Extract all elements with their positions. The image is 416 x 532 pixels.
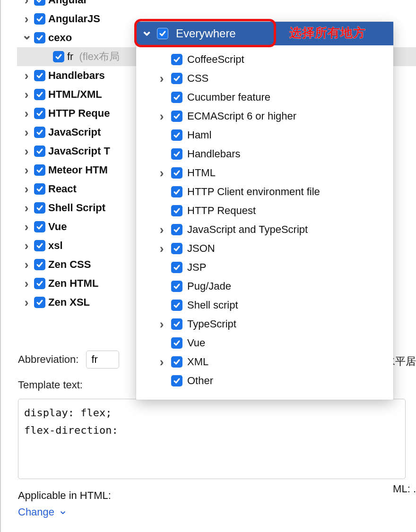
checkbox[interactable]: [171, 318, 182, 330]
checkbox[interactable]: [171, 111, 182, 122]
context-item[interactable]: HTML: [136, 163, 393, 182]
check-icon: [173, 94, 181, 101]
checkbox[interactable]: [34, 297, 45, 308]
check-icon: [36, 261, 43, 268]
check-icon: [159, 30, 166, 37]
chevron-right-icon[interactable]: [22, 296, 31, 309]
popup-header-everywhere[interactable]: Everywhere: [136, 22, 393, 45]
context-item-label: Shell script: [187, 299, 238, 311]
checkbox[interactable]: [34, 221, 45, 232]
check-icon: [173, 169, 181, 177]
context-item[interactable]: CSS: [136, 69, 393, 88]
chevron-right-icon[interactable]: [157, 223, 166, 236]
checkbox[interactable]: [171, 281, 182, 292]
chevron-right-icon[interactable]: [22, 145, 31, 158]
chevron-right-icon[interactable]: [22, 107, 31, 120]
tree-item-label: JavaScript: [48, 126, 101, 138]
checkbox[interactable]: [34, 0, 45, 6]
context-item[interactable]: JSP: [136, 258, 393, 277]
checkbox[interactable]: [171, 167, 182, 179]
tree-item-label: HTTP Reque: [48, 107, 110, 120]
checkbox[interactable]: [34, 259, 45, 270]
checkbox[interactable]: [34, 146, 45, 157]
checkbox[interactable]: [34, 32, 45, 43]
checkbox[interactable]: [171, 148, 182, 160]
checkbox[interactable]: [171, 300, 182, 311]
chevron-right-icon[interactable]: [22, 202, 31, 215]
checkbox[interactable]: [34, 278, 45, 289]
context-item[interactable]: JavaScript and TypeScript: [136, 220, 393, 239]
checkbox[interactable]: [171, 243, 182, 254]
context-item[interactable]: Other: [136, 371, 393, 390]
tree-item-label: React: [48, 183, 77, 195]
context-item-label: HTTP Client environment file: [187, 186, 320, 198]
checkbox[interactable]: [34, 89, 45, 100]
context-item[interactable]: Haml: [136, 126, 393, 145]
checkbox[interactable]: [171, 205, 182, 216]
context-item-label: CoffeeScript: [187, 53, 244, 66]
chevron-right-icon[interactable]: [22, 183, 31, 196]
abbreviation-input[interactable]: [86, 351, 119, 369]
tree-item[interactable]: Angular: [17, 0, 416, 9]
chevron-right-icon[interactable]: [22, 0, 31, 7]
context-item[interactable]: HTTP Client environment file: [136, 182, 393, 201]
checkbox-everywhere[interactable]: [157, 28, 168, 39]
checkbox[interactable]: [34, 108, 45, 119]
checkbox[interactable]: [171, 129, 182, 141]
checkbox[interactable]: [34, 240, 45, 251]
chevron-right-icon[interactable]: [157, 318, 166, 331]
checkbox[interactable]: [34, 183, 45, 195]
context-item-label: JSP: [187, 261, 206, 274]
checkbox[interactable]: [171, 54, 182, 65]
checkbox[interactable]: [171, 356, 182, 368]
checkbox[interactable]: [34, 202, 45, 214]
checkbox[interactable]: [171, 92, 182, 103]
context-item[interactable]: Shell script: [136, 296, 393, 315]
chevron-right-icon[interactable]: [22, 88, 31, 101]
checkbox[interactable]: [34, 70, 45, 81]
checkbox[interactable]: [34, 127, 45, 138]
context-item[interactable]: Handlebars: [136, 145, 393, 163]
check-icon: [173, 358, 181, 366]
chevron-right-icon[interactable]: [22, 13, 31, 26]
checkbox[interactable]: [34, 164, 45, 176]
context-item[interactable]: Cucumber feature: [136, 88, 393, 107]
context-item[interactable]: CoffeeScript: [136, 50, 393, 69]
check-icon: [173, 56, 181, 63]
context-item[interactable]: XML: [136, 352, 393, 371]
context-item[interactable]: ECMAScript 6 or higher: [136, 107, 393, 126]
chevron-right-icon[interactable]: [157, 242, 166, 255]
check-icon: [173, 339, 181, 347]
context-item[interactable]: HTTP Request: [136, 201, 393, 220]
change-context-link[interactable]: Change: [18, 506, 406, 519]
check-icon: [36, 15, 43, 23]
chevron-right-icon[interactable]: [22, 164, 31, 177]
context-item[interactable]: JSON: [136, 239, 393, 258]
chevron-down-icon[interactable]: [22, 32, 31, 44]
template-text-area[interactable]: display: flex; flex-direction:: [18, 399, 406, 479]
chevron-right-icon[interactable]: [22, 277, 31, 290]
checkbox[interactable]: [171, 375, 182, 386]
checkbox[interactable]: [171, 186, 182, 197]
checkbox[interactable]: [53, 51, 64, 62]
check-icon: [173, 75, 181, 82]
context-item[interactable]: Vue: [136, 334, 393, 352]
checkbox[interactable]: [34, 13, 45, 25]
chevron-down-icon: [58, 506, 68, 519]
context-item[interactable]: TypeScript: [136, 315, 393, 334]
chevron-right-icon[interactable]: [157, 110, 166, 123]
checkbox[interactable]: [171, 337, 182, 349]
tree-item-label: cexo: [48, 32, 72, 44]
chevron-right-icon[interactable]: [157, 356, 166, 369]
chevron-right-icon[interactable]: [22, 240, 31, 252]
chevron-right-icon[interactable]: [22, 221, 31, 233]
checkbox[interactable]: [171, 224, 182, 235]
chevron-right-icon[interactable]: [22, 258, 31, 271]
chevron-right-icon[interactable]: [22, 126, 31, 139]
chevron-right-icon[interactable]: [157, 167, 166, 180]
checkbox[interactable]: [171, 73, 182, 84]
context-item[interactable]: Pug/Jade: [136, 277, 393, 296]
chevron-right-icon[interactable]: [157, 72, 166, 85]
checkbox[interactable]: [171, 262, 182, 273]
chevron-right-icon[interactable]: [22, 69, 31, 82]
